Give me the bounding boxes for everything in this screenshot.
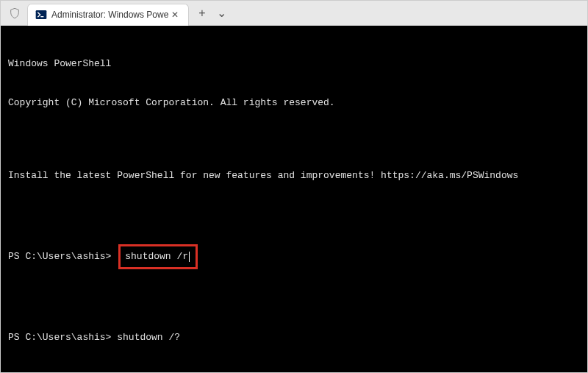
prompt-line: PS C:\Users\ashis> shutdown /?	[8, 331, 580, 344]
terminal-line: Install the latest PowerShell for new fe…	[8, 169, 580, 182]
highlighted-command: shutdown /r	[118, 244, 198, 269]
text-cursor	[189, 252, 190, 262]
terminal-content[interactable]: Windows PowerShell Copyright (C) Microso…	[1, 26, 587, 372]
app-window: Administrator: Windows Powe ✕ + ⌄ Window…	[0, 0, 588, 373]
tab-title: Administrator: Windows Powe	[51, 10, 169, 20]
tab-bar: Administrator: Windows Powe ✕ + ⌄	[1, 1, 587, 26]
new-tab-button[interactable]: +	[192, 3, 212, 24]
tab-close-button[interactable]: ✕	[169, 9, 181, 21]
powershell-icon	[35, 9, 47, 21]
prompt-prefix: PS C:\Users\ashis>	[8, 251, 117, 262]
prompt-line-highlighted: PS C:\Users\ashis> shutdown /r	[8, 244, 580, 269]
terminal-line: Usage: C:\WINDOWS\system32\shutdown.exe …	[8, 370, 580, 372]
tab-dropdown-button[interactable]: ⌄	[212, 3, 230, 24]
svg-rect-0	[36, 10, 47, 19]
tab-powershell[interactable]: Administrator: Windows Powe ✕	[27, 4, 189, 26]
shield-icon	[5, 4, 24, 23]
terminal-line: Copyright (C) Microsoft Corporation. All…	[8, 96, 580, 110]
terminal-line: Windows PowerShell	[8, 57, 580, 71]
